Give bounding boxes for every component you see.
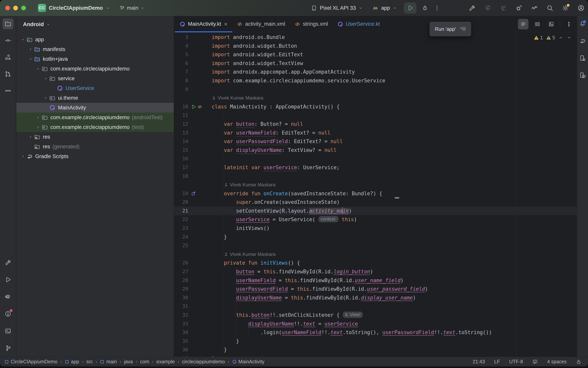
problems-button[interactable] (2, 308, 13, 319)
breadcrumb-main[interactable]: main (100, 359, 117, 365)
code-line-11[interactable]: 11 (174, 111, 577, 120)
status-lf[interactable]: LF (494, 359, 500, 365)
inspections-widget[interactable]: 15 (534, 35, 572, 40)
code-line-16[interactable]: 16 (174, 154, 577, 163)
code-line-4[interactable]: 4import android.widget.Button (174, 42, 577, 50)
project-view-label[interactable]: Android (23, 21, 44, 28)
running-devices-button[interactable] (578, 71, 587, 79)
run-configuration-selector[interactable]: app (381, 5, 390, 11)
code-line-29[interactable]: 29 userPasswordField = this.findViewById… (174, 285, 577, 294)
breadcrumb-mainactivity[interactable]: MainActivity (232, 359, 264, 365)
run-button[interactable] (404, 2, 416, 14)
chevron-right-icon[interactable] (19, 154, 27, 158)
code-line-22[interactable]: 22 userService = UserService( context: t… (174, 215, 577, 224)
code-line-37[interactable]: 37} (174, 354, 577, 357)
tree-item-ui-theme[interactable]: ui.theme (16, 93, 174, 103)
chev-down-icon[interactable] (567, 35, 572, 40)
more-actions-button[interactable] (434, 5, 440, 11)
pull-requests-button[interactable] (2, 69, 13, 79)
chevron-down-icon[interactable] (42, 76, 49, 81)
warning-count[interactable]: 1 (534, 35, 543, 40)
settings-button[interactable] (562, 4, 569, 11)
code-line-12[interactable]: 12 var button: Button? = null (174, 120, 577, 129)
version-control-button[interactable] (2, 343, 13, 354)
gutter[interactable] (188, 102, 212, 111)
code-line-18[interactable]: 18 (174, 172, 577, 181)
code-line-30[interactable]: 30 displayUserName = this.findViewById(R… (174, 294, 577, 302)
tree-item-kotlin-java[interactable]: kotlin+java (16, 54, 174, 64)
author-annotation[interactable]: Vivek Kumar Maskara (174, 94, 577, 102)
code-line-21[interactable]: 21 setContentView(R.layout.activity_main… (174, 207, 577, 215)
view-split-button[interactable] (532, 19, 543, 29)
search-button[interactable] (546, 4, 553, 11)
breadcrumb-com[interactable]: com (140, 359, 149, 365)
breadcrumb-circleciappiumdemo[interactable]: CircleCIAppiumDemo (4, 359, 57, 365)
code-line-31[interactable]: 31 (174, 302, 577, 311)
zoom-window-button[interactable] (21, 6, 26, 10)
gradle-button[interactable] (578, 37, 587, 45)
code-line-5[interactable]: 5import android.widget.EditText (174, 50, 577, 59)
code-line-13[interactable]: 13 var userNameField: EditText? = null (174, 129, 577, 137)
more-button[interactable] (2, 85, 13, 96)
chevron-down-icon[interactable] (35, 67, 42, 71)
code-line-27[interactable]: 27 button = this.findViewById(R.id.login… (174, 267, 577, 276)
code-line-8[interactable]: 8import com.example.circleciappiumdemo.s… (174, 76, 577, 85)
project-name[interactable]: CircleCIAppiumDemo (49, 5, 103, 11)
code-line-33[interactable]: 33 displayUserName!!.text = userService (174, 320, 577, 328)
chev-up-icon[interactable] (558, 35, 563, 40)
branch-name[interactable]: main (127, 5, 139, 11)
commit-button[interactable] (2, 35, 13, 46)
code-line-3[interactable]: 3import android.os.Bundle (174, 33, 577, 42)
apply-code-changes-button[interactable] (500, 4, 507, 11)
code-line-9[interactable]: 9 (174, 85, 577, 94)
close-window-button[interactable] (5, 6, 10, 10)
tree-item-userservice[interactable]: UserService (16, 83, 174, 93)
weak-warning-count[interactable]: 5 (546, 35, 555, 40)
code-line-24[interactable]: 24 } (174, 233, 577, 241)
code-line-6[interactable]: 6import android.widget.TextView (174, 59, 577, 68)
code-line-20[interactable]: 20 super.onCreate(savedInstanceState) (174, 198, 577, 207)
run-play-button[interactable] (2, 274, 13, 285)
debug-button[interactable] (422, 5, 428, 11)
tab-strings-xml[interactable]: strings.xml (290, 16, 333, 32)
build-hammer-button[interactable] (469, 4, 476, 11)
chevron-down-icon[interactable] (19, 37, 27, 42)
close-icon[interactable]: × (224, 21, 228, 27)
breadcrumb-circleciappiumdemo[interactable]: circleciappiumdemo (182, 359, 225, 365)
code-line-7[interactable]: 7import androidx.appcompat.app.AppCompat… (174, 68, 577, 76)
project-widget[interactable]: CC CircleCIAppiumDemo main (38, 4, 144, 12)
code-line-23[interactable]: 23 initViews() (174, 224, 577, 233)
author-annotation[interactable]: Vivek Kumar Maskara (174, 181, 577, 189)
code-editor[interactable]: 15 3import android.os.Bundle4import andr… (174, 33, 577, 357)
tree-item-com-example-circleciappiumdemo[interactable]: com.example.circleciappiumdemo(androidTe… (16, 112, 174, 122)
tree-item-mainactivity[interactable]: MainActivity (16, 103, 174, 112)
tree-item-res[interactable]: res (16, 132, 174, 142)
breadcrumb-java[interactable]: java (124, 359, 133, 365)
status-inspections[interactable] (532, 359, 538, 365)
kebab-v-button[interactable] (564, 19, 574, 29)
tree-item-res[interactable]: res(generated) (16, 142, 174, 151)
code-line-10[interactable]: 10class MainActivity : AppCompatActivity… (174, 102, 577, 111)
profiler-button[interactable] (531, 4, 538, 11)
code-line-36[interactable]: 36 } (174, 345, 577, 354)
structure-button[interactable] (2, 52, 13, 63)
breadcrumb-src[interactable]: src (86, 359, 93, 365)
tab-activity-main-xml[interactable]: activity_main.xml (232, 16, 290, 32)
minimize-window-button[interactable] (13, 6, 18, 10)
project-folder-button[interactable] (2, 18, 13, 29)
tree-item-manifests[interactable]: manifests (16, 44, 174, 54)
attach-debugger-button[interactable] (515, 4, 522, 11)
author-annotation[interactable]: Vivek Kumar Maskara (174, 250, 577, 259)
breadcrumb-app[interactable]: app (65, 359, 79, 365)
device-selector[interactable]: Pixel XL API 33 (320, 5, 356, 11)
chevron-right-icon[interactable] (42, 96, 49, 100)
apply-changes-button[interactable] (484, 4, 491, 11)
project-view-selector[interactable]: Android (16, 16, 174, 33)
code-line-15[interactable]: 15 var displayUserName: TextView? = null (174, 146, 577, 155)
view-design-button[interactable] (546, 19, 556, 29)
account-button[interactable] (578, 4, 585, 11)
code-line-32[interactable]: 32 this.button!!.setOnClickListener { it… (174, 311, 577, 320)
code-line-25[interactable]: 25 (174, 241, 577, 250)
chevron-down-icon[interactable] (27, 57, 34, 61)
tree-item-service[interactable]: service (16, 74, 174, 83)
